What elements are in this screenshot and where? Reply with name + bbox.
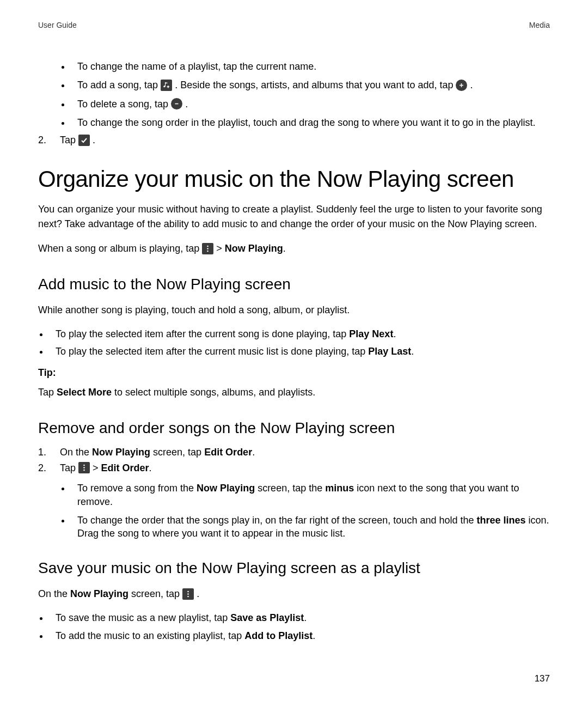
music-add-icon [161,80,172,91]
svg-point-8 [187,593,189,595]
save-intro: On the Now Playing screen, tap . [38,587,550,601]
page-number: 137 [535,673,550,684]
bullet-save-as-playlist: To save the music as a new playlist, tap… [49,611,550,624]
bullet-play-next: To play the selected item after the curr… [49,327,550,340]
playlist-edit-sublist: To change the name of a playlist, tap th… [38,60,550,129]
svg-point-2 [207,248,209,249]
page-header: User Guide Media [38,21,550,29]
bullet-play-last: To play the selected item after the curr… [49,345,550,358]
when-playing-line: When a song or album is playing, tap > N… [38,241,550,256]
svg-point-4 [83,465,85,466]
more-vertical-icon [202,243,213,254]
remove-step-1: 1. On the Now Playing screen, tap Edit O… [38,447,550,458]
tip-label: Tip: [38,367,550,379]
more-vertical-icon [78,462,90,473]
heading-organize: Organize your music on the Now Playing s… [38,166,550,192]
intro-paragraph: You can organize your music without havi… [38,202,550,232]
add-music-list: To play the selected item after the curr… [38,327,550,358]
bullet-add-to-playlist: To add the music to an existing playlist… [49,629,550,642]
remove-order-sublist: To remove a song from the Now Playing sc… [38,482,550,540]
svg-rect-0 [175,104,179,105]
bullet-change-name: To change the name of a playlist, tap th… [71,60,550,73]
heading-add-music: Add music to the Now Playing screen [38,276,550,293]
svg-point-5 [83,467,85,468]
step-2-confirm: 2. Tap . [38,135,550,147]
remove-step-2: 2. Tap > Edit Order. [38,462,550,474]
bullet-reorder-songs: To change the order that the songs play … [71,514,550,540]
checkmark-icon [78,135,90,146]
more-vertical-icon [182,588,194,600]
svg-point-9 [187,596,189,598]
bullet-reorder-song: To change the song order in the playlist… [71,116,550,129]
svg-point-7 [187,591,189,593]
save-playlist-list: To save the music as a new playlist, tap… [38,611,550,642]
add-intro: While another song is playing, touch and… [38,303,550,318]
svg-point-3 [207,250,209,252]
bullet-delete-song: To delete a song, tap . [71,98,550,111]
tip-body: Tap Select More to select multiple songs… [38,385,550,400]
minus-circle-icon [171,98,182,109]
svg-point-6 [83,470,85,471]
header-right: Media [529,21,550,29]
plus-circle-icon [456,80,467,91]
heading-remove-order: Remove and order songs on the Now Playin… [38,419,550,437]
svg-point-1 [207,245,209,247]
bullet-add-song: To add a song, tap . Beside the songs, a… [71,78,550,92]
header-left: User Guide [38,21,77,29]
bullet-remove-song: To remove a song from the Now Playing sc… [71,482,550,508]
heading-save-playlist: Save your music on the Now Playing scree… [38,559,550,577]
